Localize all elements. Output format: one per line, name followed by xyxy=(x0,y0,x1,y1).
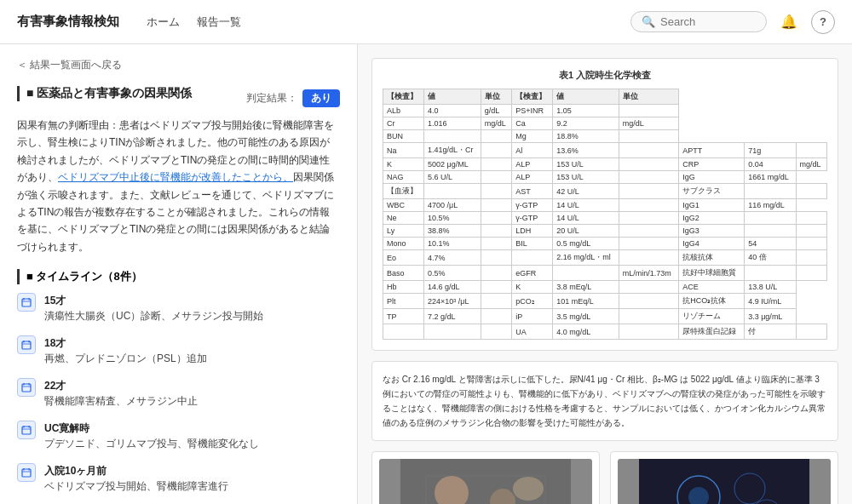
table-cell-10-2 xyxy=(481,238,511,250)
table-cell-6-5 xyxy=(619,184,679,199)
table-cell-5-7: 1661 mg/dL xyxy=(745,171,796,184)
table-cell-16-2 xyxy=(481,324,511,340)
table-cell-13-5 xyxy=(619,281,679,294)
table-cell-3-3: Al xyxy=(512,143,553,158)
table-cell-16-1 xyxy=(424,324,481,340)
table-cell-12-7 xyxy=(745,266,796,281)
table-cell-11-1: 4.7% xyxy=(424,250,481,266)
timeline-icon-1 xyxy=(17,335,36,354)
table-cell-7-2 xyxy=(481,199,511,212)
table-cell-10-0: Mono xyxy=(383,238,424,250)
table-cell-6-6: サブクラス xyxy=(679,184,745,199)
timeline-section: ■ タイムライン（8件） 15才 潰瘍性大腸炎（UC）診断、メサラジン投与開始 xyxy=(17,269,340,504)
table-cell-14-1: 224×10³ /μL xyxy=(424,294,481,309)
causality-text: 因果有無の判断理由：患者はベドリズマブ投与開始後に腎機能障害を示し、腎生検により… xyxy=(17,117,340,255)
timeline-content-4: 入院10ヶ月前 ベドリズマブ投与開始、腎機能障害進行 xyxy=(44,463,228,494)
timeline-content-1: 18才 再燃、プレドニゾロン（PSL）追加 xyxy=(44,335,207,366)
table-cell-11-4: 2.16 mg/dL・ml xyxy=(553,250,619,266)
table-cell-10-6: IgG4 xyxy=(679,238,745,250)
table-cell-16-0 xyxy=(383,324,424,340)
left-panel: ＜ 結果一覧画面へ戻る ■ 医薬品と有害事象の因果関係 判定結果： あり 因果有… xyxy=(0,44,358,504)
timeline-desc-1: 再燃、プレドニゾロン（PSL）追加 xyxy=(44,351,207,366)
table-cell-8-1: 10.5% xyxy=(424,212,481,225)
table-cell-15-2 xyxy=(481,309,511,324)
table-cell-7-5 xyxy=(619,199,679,212)
table-cell-5-2 xyxy=(481,171,511,184)
table-cell-6-0: 【血液】 xyxy=(383,184,424,199)
calendar-icon xyxy=(21,467,32,478)
table-cell-10-3: BIL xyxy=(512,238,553,250)
search-input[interactable] xyxy=(660,15,754,28)
header-right: 🔍 🔔 ? xyxy=(630,10,835,34)
table-cell-4-7: 0.04 xyxy=(745,158,796,171)
nav-home[interactable]: ホーム xyxy=(147,14,180,30)
table-cell-9-4: 20 U/L xyxy=(553,225,619,238)
table-cell-0-4: 1.05 xyxy=(553,105,619,117)
nav-reports[interactable]: 報告一覧 xyxy=(197,14,241,30)
table-cell-13-7: 13.8 U/L xyxy=(745,281,796,294)
table-cell-12-8 xyxy=(796,266,826,281)
table-cell-15-3: iP xyxy=(512,309,553,324)
table-row: Eo4.7%2.16 mg/dL・ml抗核抗体40 倍 xyxy=(383,250,827,266)
table-cell-8-6: IgG2 xyxy=(679,212,745,225)
image-1-svg xyxy=(379,459,592,504)
table-cell-6-4: 42 U/L xyxy=(553,184,619,199)
table-cell-3-0: Na xyxy=(383,143,424,158)
table-header: 値 xyxy=(424,89,481,105)
table-cell-6-2 xyxy=(481,184,511,199)
table-cell-7-6: IgG1 xyxy=(679,199,745,212)
table-cell-14-0: Plt xyxy=(383,294,424,309)
timeline-desc-3: プデソニド、ゴリムマブ投与、腎機能変化なし xyxy=(44,436,259,451)
table-header: 【検査】 xyxy=(383,89,424,105)
causality-highlight-link[interactable]: ベドリズマブ中止後に腎機能が改善したことから、 xyxy=(58,171,293,183)
table-cell-6-1 xyxy=(424,184,481,199)
table-cell-14-2 xyxy=(481,294,511,309)
table-cell-9-0: Ly xyxy=(383,225,424,238)
table-cell-5-0: NAG xyxy=(383,171,424,184)
image-1 xyxy=(379,459,592,504)
doc-table-section: 表1 入院時生化学検査 【検査】値単位【検査】値単位ALb4.0g/dLPS+I… xyxy=(371,58,838,351)
table-cell-4-6: CRP xyxy=(679,158,745,171)
timeline-icon-2 xyxy=(17,378,36,397)
table-row: 【血液】AST42 U/Lサブクラス xyxy=(383,184,827,199)
table-cell-9-8 xyxy=(796,225,826,238)
table-cell-16-3: UA xyxy=(512,324,553,340)
table-cell-5-1: 5.6 U/L xyxy=(424,171,481,184)
help-button[interactable]: ? xyxy=(811,10,835,34)
timeline-item: 入院10ヶ月前 ベドリズマブ投与開始、腎機能障害進行 xyxy=(17,463,340,494)
table-cell-10-8 xyxy=(796,238,826,250)
back-link[interactable]: ＜ 結果一覧画面へ戻る xyxy=(17,58,340,72)
table-cell-1-2: mg/dL xyxy=(481,117,511,130)
table-cell-14-5 xyxy=(619,294,679,309)
table-cell-4-4: 153 U/L xyxy=(553,158,619,171)
timeline-age-2: 22才 xyxy=(44,378,198,393)
table-cell-12-0: Baso xyxy=(383,266,424,281)
table-row: BUNMg18.8% xyxy=(383,130,827,143)
timeline-icon-3 xyxy=(17,421,36,439)
table-cell-11-5 xyxy=(619,250,679,266)
timeline-desc-4: ベドリズマブ投与開始、腎機能障害進行 xyxy=(44,478,228,494)
calendar-icon xyxy=(21,382,32,392)
timeline-age-3: UC寛解時 xyxy=(44,421,259,436)
table-cell-16-8 xyxy=(796,324,826,340)
table-cell-10-4: 0.5 mg/dL xyxy=(553,238,619,250)
table-cell-0-1: 4.0 xyxy=(424,105,481,117)
table-cell-6-8 xyxy=(796,184,826,199)
notification-button[interactable]: 🔔 xyxy=(777,10,801,34)
timeline-icon-4 xyxy=(17,463,36,482)
image-block-2: 図2 蛍光抗体法の式で腎糸球体染色 IgA、IgG、C3 メサラジン過敏反応の所… xyxy=(610,451,838,504)
table-cell-11-8 xyxy=(796,250,826,266)
table-cell-16-6: 尿特殊蛋白記録 xyxy=(679,324,745,340)
table-cell-6-7 xyxy=(745,184,796,199)
timeline-item: UC寛解時 プデソニド、ゴリムマブ投与、腎機能変化なし xyxy=(17,421,340,451)
table-cell-8-5 xyxy=(619,212,679,225)
table-row: Plt224×10³ /μLpCO₂101 mEq/L抗HCO₃抗体4.9 IU… xyxy=(383,294,827,309)
timeline-content-0: 15才 潰瘍性大腸炎（UC）診断、メサラジン投与開始 xyxy=(44,293,263,324)
table-cell-4-8: mg/dL xyxy=(796,158,826,171)
timeline-list: 15才 潰瘍性大腸炎（UC）診断、メサラジン投与開始 18才 再燃、プレドニゾロ… xyxy=(17,293,340,504)
timeline-desc-0: 潰瘍性大腸炎（UC）診断、メサラジン投与開始 xyxy=(44,308,263,324)
table-cell-9-7 xyxy=(745,225,796,238)
search-box[interactable]: 🔍 xyxy=(630,11,767,32)
table-cell-13-3: K xyxy=(512,281,553,294)
table-cell-15-7: 3.3 μg/mL xyxy=(745,309,796,324)
